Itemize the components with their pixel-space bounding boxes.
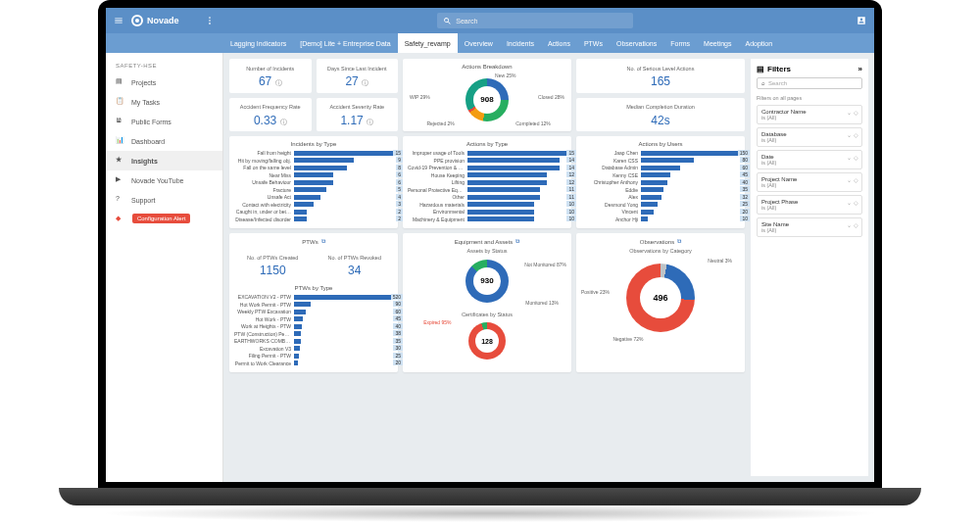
bar-row: PPE provision14: [408, 158, 566, 164]
sidebar-item-my-tasks[interactable]: 📋My Tasks: [106, 92, 222, 112]
bar-row: Near Miss6: [234, 172, 393, 178]
tab-forms[interactable]: Forms: [663, 33, 697, 53]
incident-kpis: Number of Incidents67 ⓘDays Since Last I…: [229, 59, 398, 131]
sidebar: SAFETY-HSE ▤Projects📋My Tasks🗎Public For…: [106, 53, 223, 482]
tab-overview[interactable]: Overview: [458, 33, 500, 53]
actions-donut: 908: [466, 78, 509, 121]
card-title: PTWs by Type: [234, 285, 393, 291]
actions-breakdown-card: Actions Breakdown 908 New 25% Closed 28%…: [403, 59, 571, 131]
config-alert[interactable]: Configuration Alert: [132, 214, 190, 223]
tab-meetings[interactable]: Meetings: [697, 33, 738, 53]
seg-rej: Rejected 2%: [426, 120, 454, 126]
actions-by-type-card: Actions by TypeImproper usage of Tools15…: [403, 136, 571, 228]
filter-database[interactable]: Databaseis (All)⌄ ◇: [757, 127, 862, 147]
card-title: Actions Breakdown: [408, 64, 566, 70]
tab-adoption[interactable]: Adoption: [738, 33, 779, 53]
sidebar-item-insights[interactable]: ★Insights: [106, 151, 222, 170]
laptop-shadow: [98, 505, 882, 522]
chart-icon: 📊: [116, 136, 125, 146]
kpi-label: Median Completion Duration: [580, 102, 741, 114]
alert-icon: ◆: [116, 215, 121, 221]
filter-site-name[interactable]: Site Nameis (All)⌄ ◇: [757, 217, 862, 237]
sidebar-item-public-forms[interactable]: 🗎Public Forms: [106, 112, 222, 131]
bar-row: Alex32: [581, 194, 740, 200]
menu-icon[interactable]: [114, 16, 123, 26]
obs-donut: 496: [626, 264, 695, 332]
chevron-down-icon[interactable]: ⌄: [847, 222, 852, 228]
search-input[interactable]: Search: [437, 13, 633, 28]
sidebar-item-support[interactable]: ?Support: [106, 190, 222, 210]
tab-incidents[interactable]: Incidents: [500, 33, 541, 53]
svg-point-1: [209, 20, 211, 22]
kpi-value: 1150: [238, 264, 308, 277]
account-icon[interactable]: [857, 16, 866, 26]
clear-icon[interactable]: ◇: [854, 110, 858, 116]
tab-lagging-indicators[interactable]: Lagging Indicators: [223, 33, 293, 53]
kpi-value: 165: [580, 74, 741, 88]
chevron-down-icon[interactable]: ⌄: [847, 155, 852, 161]
chevron-down-icon[interactable]: ⌄: [847, 200, 852, 206]
expand-icon[interactable]: ⧉: [321, 238, 325, 245]
bar-row: Machinery & Equipment10: [408, 216, 566, 222]
search-placeholder: Search: [456, 18, 477, 24]
bar-row: Filing Permit - PTW25: [234, 353, 393, 359]
donut-center: 908: [473, 86, 501, 114]
filter-search-input[interactable]: ⌕Search: [757, 77, 862, 89]
bar-row: Anchor Hji10: [581, 216, 740, 222]
svg-point-2: [209, 23, 211, 24]
bar-row: Hot Work - PTW45: [234, 316, 393, 322]
bar-row: Vincent20: [581, 209, 740, 215]
sidebar-item-dashboard[interactable]: 📊Dashboard: [106, 131, 222, 151]
filter-project-name[interactable]: Project Nameis (All)⌄ ◇: [757, 172, 862, 192]
kpi-value: 34: [320, 264, 390, 277]
tab--demo-lite-entreprise-data[interactable]: [Demo] Lite + Entreprise Data: [293, 33, 397, 53]
kebab-icon[interactable]: [205, 16, 215, 26]
tabs-bar: Lagging Indicators[Demo] Lite + Entrepri…: [106, 33, 874, 53]
chevron-down-icon[interactable]: ⌄: [847, 110, 852, 116]
equipment-assets-card: Equipment and Assets⧉ Assets by Status 9…: [403, 233, 571, 372]
card-title: Observations⧉: [581, 238, 740, 245]
sidebar-item-novade-youtube[interactable]: ▶Novade YouTube: [106, 170, 222, 190]
filter-date[interactable]: Dateis (All)⌄ ◇: [757, 150, 862, 169]
seg-exp: Expired 95%: [423, 319, 451, 325]
brand: Novade: [131, 15, 179, 26]
bar-row: Jaap Chen150: [581, 150, 740, 156]
bar-row: Other11: [408, 194, 566, 200]
chevron-down-icon[interactable]: ⌄: [847, 132, 852, 138]
bar-row: Kenny CSE45: [581, 172, 740, 178]
bar-row: Covid-19 Prevention & Con…14: [408, 165, 566, 170]
tab-observations[interactable]: Observations: [610, 33, 663, 53]
bar-row: PTW (Construction) Per H…38: [234, 331, 393, 337]
incidents-by-type-card: Incidents by TypeFall from height15Hit b…: [229, 136, 398, 228]
filters-heading: ▤Filters»: [757, 65, 862, 73]
tab-safety-revamp[interactable]: Safety_revamp: [398, 33, 458, 53]
clear-icon[interactable]: ◇: [854, 200, 858, 206]
bar-row: Desmond Yong25: [581, 202, 740, 208]
clear-icon[interactable]: ◇: [854, 155, 858, 161]
bar-row: Hot Work Permit - PTW90: [234, 302, 393, 308]
tab-ptws[interactable]: PTWs: [577, 33, 610, 53]
chevron-down-icon[interactable]: ⌄: [847, 177, 852, 183]
kpi-label: Number of Incidents: [233, 63, 308, 74]
expand-icon[interactable]: ⧉: [677, 238, 681, 245]
bar-row: Unsafe Act4: [234, 194, 393, 200]
collapse-icon[interactable]: »: [858, 65, 862, 73]
bar-row: Excavation V330: [234, 346, 393, 352]
clear-icon[interactable]: ◇: [854, 132, 858, 138]
seg-notmon: Not Monitored 87%: [524, 262, 566, 267]
clear-icon[interactable]: ◇: [854, 222, 858, 228]
tab-actions[interactable]: Actions: [541, 33, 577, 53]
kpi-value: 67 ⓘ: [233, 74, 308, 88]
bar-row: Database Admin60: [581, 165, 740, 170]
clear-icon[interactable]: ◇: [854, 177, 858, 183]
folder-icon: ▤: [116, 77, 125, 87]
observations-card: Observations⧉ Observations by Category 4…: [576, 233, 745, 372]
expand-icon[interactable]: ⧉: [515, 238, 519, 245]
sidebar-item-projects[interactable]: ▤Projects: [106, 72, 222, 92]
search-icon: ⌕: [761, 80, 765, 86]
filter-project-phase[interactable]: Project Phaseis (All)⌄ ◇: [757, 195, 862, 215]
top-bar: Novade Search: [106, 8, 874, 33]
filter-contractor-name[interactable]: Contractor Nameis (All)⌄ ◇: [757, 105, 862, 124]
assets-donut: 930: [466, 260, 509, 303]
filters-note: Filters on all pages: [757, 95, 862, 101]
